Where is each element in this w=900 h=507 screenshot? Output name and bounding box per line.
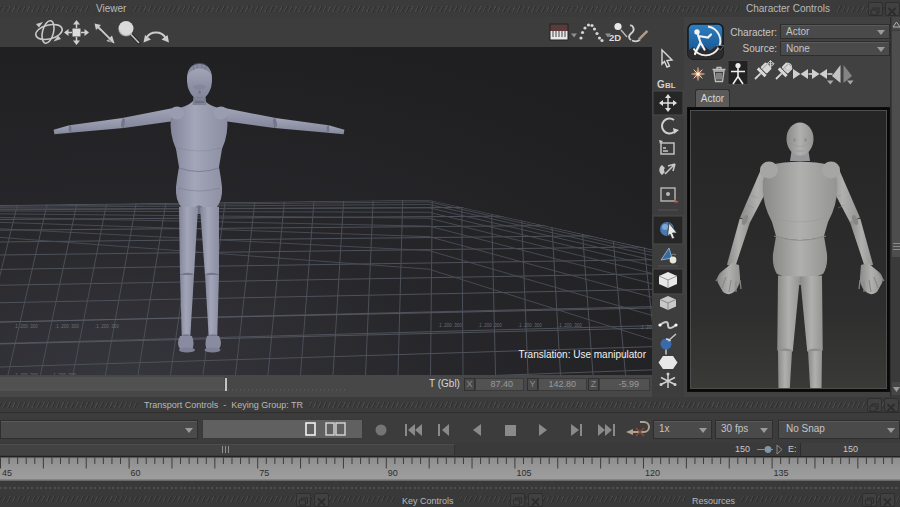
- svg-text:90: 90: [388, 468, 398, 478]
- svg-text:135: 135: [774, 468, 789, 478]
- svg-text:.1 .200 .300: .1 .200 .300: [55, 324, 79, 329]
- svg-text:.1 .200 .300: .1 .200 .300: [518, 323, 542, 328]
- svg-text:.1 .200 .300: .1 .200 .300: [95, 324, 119, 329]
- svg-text:105: 105: [516, 468, 531, 478]
- svg-text:45: 45: [2, 468, 12, 478]
- svg-text:75: 75: [259, 468, 269, 478]
- svg-text:G: G: [657, 79, 665, 90]
- svg-text:.1 .200 .300: .1 .200 .300: [640, 325, 652, 330]
- svg-text:.1 .200 .300: .1 .200 .300: [558, 323, 582, 328]
- svg-text:120: 120: [645, 468, 660, 478]
- svg-text:BL: BL: [665, 81, 676, 90]
- svg-text:.1 .200 .300: .1 .200 .300: [14, 324, 38, 329]
- svg-text:60: 60: [131, 468, 141, 478]
- svg-text:2D: 2D: [609, 32, 621, 43]
- svg-text:.1 .200 .300: .1 .200 .300: [478, 323, 502, 328]
- svg-text:.1 .200 .300: .1 .200 .300: [438, 323, 462, 328]
